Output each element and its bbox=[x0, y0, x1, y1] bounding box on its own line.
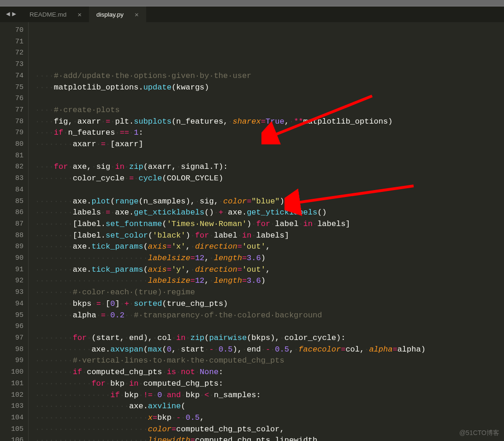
code-line: ········color_cycle·=·cycle(COLOR_CYCLE) bbox=[35, 173, 504, 185]
line-number: 98 bbox=[0, 344, 24, 356]
code-line: ························labelsize=12,·le… bbox=[35, 275, 504, 287]
line-number: 79 bbox=[0, 127, 24, 139]
line-number: 71 bbox=[0, 36, 24, 48]
code-line: ····#·create·plots bbox=[35, 105, 504, 116]
line-number: 101 bbox=[0, 378, 24, 390]
nav-arrows: ◄ ► bbox=[0, 6, 22, 22]
code-line bbox=[35, 185, 504, 196]
line-number: 96 bbox=[0, 321, 24, 333]
code-line bbox=[35, 93, 504, 105]
close-icon[interactable]: × bbox=[77, 11, 82, 18]
code-line: ········labels·=·axe.get_xticklabels()·+… bbox=[35, 207, 504, 219]
code-line: ····for·axe,·sig·in·zip(axarr,·signal.T)… bbox=[35, 161, 504, 173]
line-number: 100 bbox=[0, 367, 24, 378]
code-line: ········bkps·=·[0]·+·sorted(true_chg_pts… bbox=[35, 298, 504, 310]
line-number: 74 bbox=[0, 71, 24, 82]
line-number: 93 bbox=[0, 287, 24, 298]
line-number: 104 bbox=[0, 412, 24, 424]
code-line: ········[label.set_fontname('Times·New·R… bbox=[35, 219, 504, 230]
line-number: 83 bbox=[0, 173, 24, 185]
title-bar bbox=[0, 0, 504, 6]
code-line: ························labelsize=12,·le… bbox=[35, 253, 504, 264]
line-number: 72 bbox=[0, 48, 24, 59]
code-line: ········for·(start,·end),·col·in·zip(pai… bbox=[35, 333, 504, 344]
line-number: 70 bbox=[0, 25, 24, 36]
code-line: ····fig,·axarr·=·plt.subplots(n_features… bbox=[35, 116, 504, 128]
code-line: ············for·bkp·in·computed_chg_pts: bbox=[35, 378, 504, 390]
line-number: 77 bbox=[0, 105, 24, 116]
code-line bbox=[35, 150, 504, 162]
code-line: ····#·add/update·the·options·given·by·th… bbox=[35, 71, 504, 82]
code-line: ········if·computed_chg_pts·is·not·None: bbox=[35, 367, 504, 378]
line-number: 78 bbox=[0, 116, 24, 128]
code-line: ········alpha·=·0.2··#·transparency·of·t… bbox=[35, 310, 504, 322]
line-number: 95 bbox=[0, 310, 24, 322]
line-number: 91 bbox=[0, 264, 24, 276]
line-number: 102 bbox=[0, 390, 24, 401]
line-number: 80 bbox=[0, 139, 24, 150]
code-line: ········axe.plot(range(n_samples),·sig,·… bbox=[35, 196, 504, 208]
code-line: ························x=bkp·-·0.5, bbox=[35, 412, 504, 424]
tab-label: display.py bbox=[96, 11, 124, 18]
code-line: ········axarr·=·[axarr] bbox=[35, 139, 504, 150]
line-number: 94 bbox=[0, 298, 24, 310]
code-line: ························linewidth=comput… bbox=[35, 435, 504, 441]
code-line: ········axe.tick_params(axis='x',·direct… bbox=[35, 241, 504, 253]
line-number: 105 bbox=[0, 424, 24, 435]
close-icon[interactable]: × bbox=[135, 11, 139, 18]
line-number: 75 bbox=[0, 82, 24, 94]
line-number: 97 bbox=[0, 333, 24, 344]
code-area[interactable]: ····#·add/update·the·options·given·by·th… bbox=[29, 22, 504, 441]
nav-back-icon[interactable]: ◄ bbox=[6, 11, 10, 18]
line-number: 82 bbox=[0, 161, 24, 173]
line-number: 84 bbox=[0, 185, 24, 196]
line-number: 106 bbox=[0, 435, 24, 441]
line-gutter: 7071727374757677787980818283848586878889… bbox=[0, 22, 29, 441]
line-number: 92 bbox=[0, 275, 24, 287]
code-line: ····matplotlib_options.update(kwargs) bbox=[35, 82, 504, 94]
line-number: 73 bbox=[0, 59, 24, 71]
line-number: 85 bbox=[0, 196, 24, 208]
code-line: ········#·vertical·lines·to·mark·the·com… bbox=[35, 355, 504, 367]
code-line: ····if·n_features·==·1: bbox=[35, 127, 504, 139]
line-number: 103 bbox=[0, 401, 24, 412]
line-number: 87 bbox=[0, 219, 24, 230]
watermark: @51CTO博客 bbox=[459, 429, 499, 437]
line-number: 89 bbox=[0, 241, 24, 253]
code-line: ············axe.axvspan(max(0,·start·-·0… bbox=[35, 344, 504, 356]
tab-display[interactable]: display.py × bbox=[89, 6, 146, 22]
line-number: 86 bbox=[0, 207, 24, 219]
line-number: 90 bbox=[0, 253, 24, 264]
tab-label: README.md bbox=[30, 11, 66, 18]
nav-forward-icon[interactable]: ► bbox=[12, 11, 16, 18]
code-line: ················if·bkp·!=·0·and·bkp·<·n_… bbox=[35, 390, 504, 401]
code-line: ····················axe.axvline( bbox=[35, 401, 504, 412]
code-line: ························color=computed_c… bbox=[35, 424, 504, 435]
line-number: 81 bbox=[0, 150, 24, 162]
line-number: 99 bbox=[0, 355, 24, 367]
code-line bbox=[35, 321, 504, 333]
editor[interactable]: 7071727374757677787980818283848586878889… bbox=[0, 22, 504, 441]
code-line: ········[label.set_color('black')·for·la… bbox=[35, 230, 504, 242]
line-number: 76 bbox=[0, 93, 24, 105]
line-number: 88 bbox=[0, 230, 24, 242]
code-line: ········axe.tick_params(axis='y',·direct… bbox=[35, 264, 504, 276]
tab-readme[interactable]: README.md × bbox=[22, 6, 89, 22]
code-line: ········#·color·each·(true)·regime bbox=[35, 287, 504, 298]
tab-bar: ◄ ► README.md × display.py × bbox=[0, 6, 504, 22]
